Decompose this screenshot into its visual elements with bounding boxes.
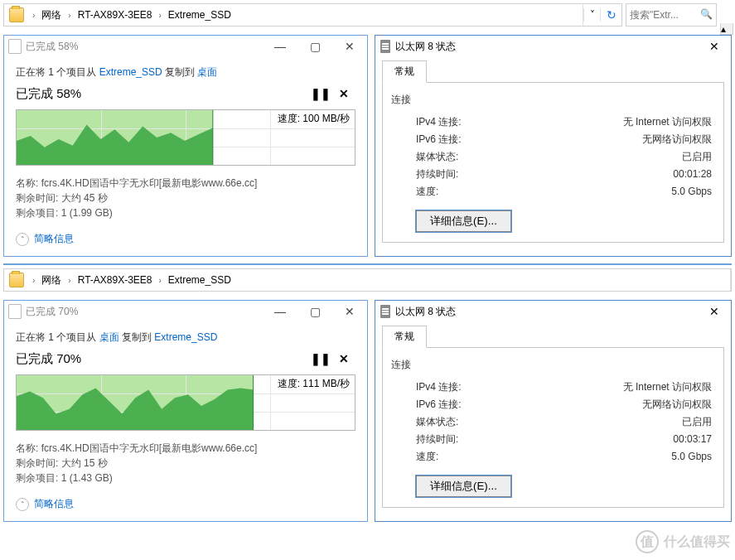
cancel-button[interactable]: ✕ — [332, 350, 355, 368]
kv-ipv6: IPv6 连接:无网络访问权限 — [391, 396, 715, 413]
copy-source-link[interactable]: Extreme_SSD — [99, 66, 162, 78]
pause-button[interactable]: ❚❚ — [309, 350, 332, 368]
copy-dialog: 已完成 70% — ▢ ✕ 正在将 1 个项目从 桌面 复制到 Extreme_… — [3, 300, 368, 522]
tab-general[interactable]: 常规 — [382, 326, 427, 348]
breadcrumb-item[interactable]: Extreme_SSD — [167, 7, 233, 22]
time-remaining-row: 剩余时间: 大约 45 秒 — [16, 191, 355, 205]
chevron-right-icon: › — [27, 11, 40, 20]
minimize-button[interactable]: — — [263, 40, 297, 53]
window-title: 已完成 58% — [26, 40, 78, 54]
chevron-up-icon: ˄ — [16, 233, 29, 246]
kv-duration: 持续时间:00:03:17 — [391, 431, 715, 448]
kv-media: 媒体状态:已启用 — [391, 148, 715, 166]
close-button[interactable]: ✕ — [698, 305, 731, 318]
kv-ipv6: IPv6 连接:无网络访问权限 — [391, 131, 715, 148]
nic-icon — [380, 40, 390, 53]
cancel-button[interactable]: ✕ — [332, 84, 355, 103]
tab-general[interactable]: 常规 — [382, 60, 427, 83]
copy-source-link[interactable]: 桌面 — [99, 331, 119, 343]
transfer-speed-chart: 速度: 111 MB/秒 — [16, 374, 355, 431]
details-button[interactable]: 详细信息(E)... — [416, 476, 511, 497]
copy-icon — [9, 40, 21, 53]
copy-icon — [9, 305, 21, 318]
copy-dialog: 已完成 58% — ▢ ✕ 正在将 1 个项目从 Extreme_SSD 复制到… — [3, 35, 368, 257]
details-toggle[interactable]: ˄ 简略信息 — [16, 229, 355, 249]
kv-speed: 速度:5.0 Gbps — [391, 448, 715, 466]
maximize-button[interactable]: ▢ — [297, 305, 332, 318]
breadcrumb-item[interactable]: 网络 — [40, 7, 63, 24]
minimize-button[interactable]: — — [263, 305, 297, 318]
search-placeholder: 搜索"Extr... — [630, 8, 679, 22]
pause-button[interactable]: ❚❚ — [309, 84, 332, 103]
copy-dest-link[interactable]: Extreme_SSD — [154, 331, 217, 343]
breadcrumb-item[interactable]: 网络 — [40, 272, 63, 289]
time-remaining-row: 剩余时间: 大约 15 秒 — [16, 456, 355, 471]
copy-description: 正在将 1 个项目从 桌面 复制到 Extreme_SSD — [16, 331, 355, 345]
maximize-button[interactable]: ▢ — [297, 40, 332, 53]
search-icon: 🔍 — [700, 8, 713, 20]
ethernet-status-dialog: 以太网 8 状态 ✕ 常规 连接 IPv4 连接:无 Internet 访问权限… — [375, 300, 732, 522]
window-title: 以太网 8 状态 — [395, 305, 456, 319]
speed-label: 速度: 100 MB/秒 — [276, 112, 351, 126]
folder-icon — [9, 273, 24, 287]
copy-description: 正在将 1 个项目从 Extreme_SSD 复制到 桌面 — [16, 65, 355, 80]
transfer-speed-chart: 速度: 100 MB/秒 — [16, 109, 355, 166]
kv-duration: 持续时间:00:01:28 — [391, 166, 715, 183]
progress-text: 已完成 70% — [16, 351, 81, 367]
breadcrumb-item[interactable]: Extreme_SSD — [167, 273, 233, 287]
close-button[interactable]: ✕ — [332, 305, 367, 318]
chevron-up-icon: ˄ — [16, 498, 29, 511]
file-name-row: 名称: fcrs.4K.HD国语中字无水印[最新电影www.66e.cc] — [16, 176, 355, 191]
refresh-button[interactable]: ↻ — [600, 8, 621, 22]
watermark: 值 什么值得买 — [636, 530, 730, 553]
folder-icon — [9, 7, 24, 22]
ethernet-status-dialog: 以太网 8 状态 ✕ 常规 连接 IPv4 连接:无 Internet 访问权限… — [375, 35, 732, 257]
close-button[interactable]: ✕ — [698, 40, 731, 53]
details-toggle[interactable]: ˄ 简略信息 — [16, 494, 355, 514]
chevron-right-icon: › — [154, 11, 167, 20]
kv-ipv4: IPv4 连接:无 Internet 访问权限 — [391, 113, 715, 131]
chevron-right-icon: › — [63, 276, 75, 285]
window-title: 以太网 8 状态 — [395, 40, 456, 54]
search-input[interactable]: 搜索"Extr... 🔍 — [626, 3, 717, 27]
details-button[interactable]: 详细信息(E)... — [416, 210, 511, 232]
close-button[interactable]: ✕ — [332, 40, 367, 53]
items-remaining-row: 剩余项目: 1 (1.99 GB) — [16, 205, 355, 220]
nic-icon — [380, 305, 390, 318]
history-dropdown-button[interactable]: ˅ — [583, 8, 600, 22]
copy-dest-link[interactable]: 桌面 — [197, 66, 217, 78]
watermark-icon: 值 — [636, 530, 659, 553]
breadcrumb-item[interactable]: RT-AX89X-3EE8 — [76, 273, 154, 287]
window-title: 已完成 70% — [26, 305, 78, 319]
file-name-row: 名称: fcrs.4K.HD国语中字无水印[最新电影www.66e.cc] — [16, 441, 355, 456]
chevron-right-icon: › — [63, 11, 75, 20]
section-header: 连接 — [391, 93, 715, 107]
items-remaining-row: 剩余项目: 1 (1.43 GB) — [16, 471, 355, 485]
address-bar[interactable]: › 网络 › RT-AX89X-3EE8 › Extreme_SSD — [3, 268, 732, 292]
progress-text: 已完成 58% — [16, 86, 81, 102]
section-header: 连接 — [391, 358, 715, 372]
kv-ipv4: IPv4 连接:无 Internet 访问权限 — [391, 379, 715, 396]
speed-label: 速度: 111 MB/秒 — [276, 377, 351, 391]
kv-speed: 速度:5.0 Gbps — [391, 183, 715, 200]
address-bar[interactable]: › 网络 › RT-AX89X-3EE8 › Extreme_SSD ˅ ↻ — [3, 3, 622, 27]
scrollbar-up-button[interactable]: ▴ — [720, 23, 733, 35]
chevron-right-icon: › — [154, 276, 167, 285]
kv-media: 媒体状态:已启用 — [391, 413, 715, 431]
breadcrumb-item[interactable]: RT-AX89X-3EE8 — [76, 7, 154, 22]
chevron-right-icon: › — [27, 276, 40, 285]
